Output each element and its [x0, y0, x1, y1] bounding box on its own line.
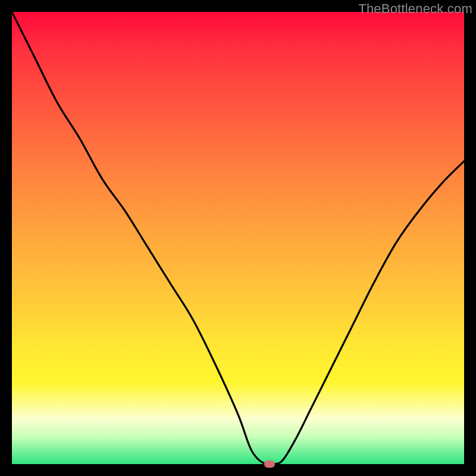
plot-area [12, 12, 464, 464]
chart-frame: TheBottleneck.com [0, 0, 476, 476]
bottleneck-curve [12, 12, 464, 464]
optimal-point-marker [264, 461, 275, 468]
watermark-text: TheBottleneck.com [358, 1, 472, 17]
